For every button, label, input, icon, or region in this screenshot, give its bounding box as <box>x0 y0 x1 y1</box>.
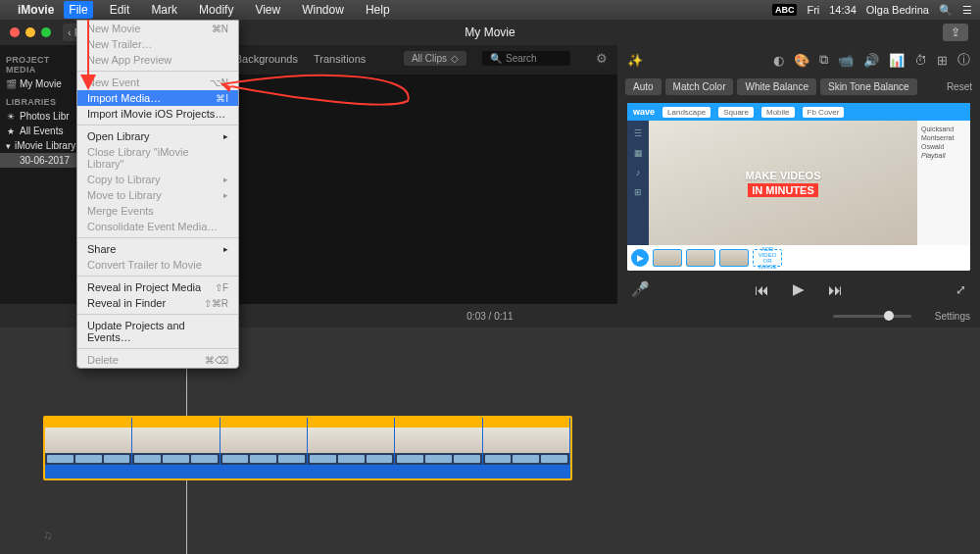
mi-import-ios[interactable]: Import iMovie iOS Projects… <box>77 106 238 122</box>
notifications-icon[interactable]: ☰ <box>962 4 972 17</box>
wave-side-icon: ☰ <box>634 128 642 138</box>
mac-menubar: iMovie File Edit Mark Modify View Window… <box>0 0 980 20</box>
preview-headline-1: MAKE VIDEOS <box>745 170 820 181</box>
menubar-day: Fri <box>807 4 819 16</box>
share-button[interactable]: ⇪ <box>943 24 968 41</box>
menubar-time: 14:34 <box>829 4 857 16</box>
filter-icon[interactable]: ⊞ <box>937 53 948 68</box>
zoom-slider[interactable] <box>833 315 911 318</box>
tab-transitions[interactable]: Transitions <box>314 53 366 65</box>
library-sidebar: PROJECT MEDIA 🎬My Movie LIBRARIES ☀Photo… <box>0 45 76 304</box>
next-button[interactable]: ⏭ <box>828 281 843 298</box>
menu-modify[interactable]: Modify <box>194 1 238 19</box>
voiceover-icon[interactable]: 🎤 <box>631 280 650 298</box>
wave-logo: wave <box>633 107 655 117</box>
project-media-header: PROJECT MEDIA <box>0 49 76 76</box>
menu-file[interactable]: File <box>64 1 92 19</box>
all-clips-dropdown[interactable]: All Clips◇ <box>404 51 466 66</box>
menu-view[interactable]: View <box>250 1 285 19</box>
sidebar-photos[interactable]: ☀Photos Libr <box>0 109 76 124</box>
mi-update-projects[interactable]: Update Projects and Events… <box>77 318 238 345</box>
mi-copy-to-library[interactable]: Copy to Library▸ <box>77 172 238 187</box>
app-name[interactable]: iMovie <box>18 3 54 17</box>
speed-icon[interactable]: ⏱ <box>914 53 927 68</box>
file-menu-dropdown: New Movie⌘N New Trailer… New App Preview… <box>76 20 239 369</box>
noise-icon[interactable]: 📊 <box>889 53 905 68</box>
mi-convert-trailer[interactable]: Convert Trailer to Movie <box>77 257 238 273</box>
magic-wand-icon[interactable]: ✨ <box>627 53 643 68</box>
mi-share[interactable]: Share▸ <box>77 241 238 257</box>
minimize-icon[interactable] <box>25 27 35 37</box>
play-button[interactable]: ▶ <box>793 280 805 298</box>
mi-consolidate[interactable]: Consolidate Event Media… <box>77 219 238 234</box>
mi-merge-events[interactable]: Merge Events <box>77 203 238 219</box>
wave-side-icon: ⊞ <box>634 187 642 197</box>
reset-button[interactable]: Reset <box>947 81 972 92</box>
wave-tab-landscape: Landscape <box>662 107 710 118</box>
wave-side-icon: ▦ <box>634 148 643 158</box>
browser-settings-icon[interactable]: ⚙ <box>596 51 608 66</box>
music-track-icon[interactable]: ♫ <box>43 529 52 542</box>
match-color-button[interactable]: Match Color <box>665 78 734 95</box>
wave-side-icon: ♪ <box>636 168 641 177</box>
sidebar-imovie-library[interactable]: ▾iMovie Library <box>0 138 76 153</box>
mi-new-trailer[interactable]: New Trailer… <box>77 36 238 52</box>
mi-close-library[interactable]: Close Library "iMovie Library" <box>77 144 238 172</box>
wave-thumb <box>653 249 682 267</box>
menubar-user[interactable]: Olga Bedrina <box>866 4 929 16</box>
mi-import-media[interactable]: Import Media…⌘I <box>77 90 238 106</box>
libraries-header: LIBRARIES <box>0 91 76 109</box>
preview-video[interactable]: wave Landscape Square Mobile Fb Cover ☰ … <box>627 103 970 271</box>
mi-new-app-preview[interactable]: New App Preview <box>77 52 238 68</box>
wave-add-clip: ADD VIDEO OR IMAGE <box>753 249 782 267</box>
wave-tab-mobile: Mobile <box>761 107 795 118</box>
wave-thumb <box>686 249 715 267</box>
menu-edit[interactable]: Edit <box>105 1 135 19</box>
menu-mark[interactable]: Mark <box>146 1 182 19</box>
preview-panel: ✨ ◐ 🎨 ⧉ 📹 🔊 📊 ⏱ ⊞ ⓘ Auto Match Color Whi… <box>617 45 980 304</box>
info-icon[interactable]: ⓘ <box>957 51 970 69</box>
mi-reveal-project[interactable]: Reveal in Project Media⇧F <box>77 279 238 295</box>
wave-thumb <box>719 249 749 267</box>
skin-tone-button[interactable]: Skin Tone Balance <box>820 78 917 95</box>
sidebar-project[interactable]: 🎬My Movie <box>0 76 76 91</box>
color-balance-icon[interactable]: ◐ <box>773 53 784 68</box>
menu-window[interactable]: Window <box>297 1 349 19</box>
timeline-settings-button[interactable]: Settings <box>935 311 970 322</box>
project-title: My Movie <box>465 25 514 39</box>
mi-move-to-library[interactable]: Move to Library▸ <box>77 187 238 203</box>
auto-button[interactable]: Auto <box>625 78 662 95</box>
volume-icon[interactable]: 🔊 <box>863 53 879 68</box>
wave-tab-square: Square <box>718 107 754 118</box>
mi-new-event[interactable]: New Event⌥N <box>77 75 238 90</box>
mi-new-movie[interactable]: New Movie⌘N <box>77 21 238 36</box>
window-controls <box>10 27 51 37</box>
preview-headline-2: IN MINUTES <box>748 183 818 197</box>
stabilize-icon[interactable]: 📹 <box>838 53 854 68</box>
mi-delete[interactable]: Delete⌘⌫ <box>77 352 238 368</box>
crop-icon[interactable]: ⧉ <box>819 52 828 68</box>
search-input[interactable]: 🔍 Search <box>482 51 570 66</box>
timeline-clip[interactable] <box>43 416 572 480</box>
mi-reveal-finder[interactable]: Reveal in Finder⇧⌘R <box>77 295 238 311</box>
close-icon[interactable] <box>10 27 20 37</box>
sidebar-all-events[interactable]: ★All Events <box>0 124 76 138</box>
wave-tab-fbcover: Fb Cover <box>803 107 845 118</box>
wave-play-icon: ▶ <box>631 249 649 267</box>
zoom-icon[interactable] <box>41 27 51 37</box>
prev-button[interactable]: ⏮ <box>755 281 769 298</box>
color-correction-icon[interactable]: 🎨 <box>794 53 809 68</box>
menu-help[interactable]: Help <box>361 1 395 19</box>
mi-open-library[interactable]: Open Library▸ <box>77 128 238 144</box>
fullscreen-icon[interactable]: ⤢ <box>956 282 966 297</box>
spotlight-icon[interactable]: 🔍 <box>939 4 953 17</box>
tab-backgrounds[interactable]: Backgrounds <box>235 53 298 65</box>
sidebar-event-selected[interactable]: 30-06-2017 <box>0 153 76 168</box>
input-source-indicator[interactable]: ABC <box>772 4 798 16</box>
white-balance-button[interactable]: White Balance <box>737 78 815 95</box>
timecode: 0:03 / 0:11 <box>466 311 513 322</box>
